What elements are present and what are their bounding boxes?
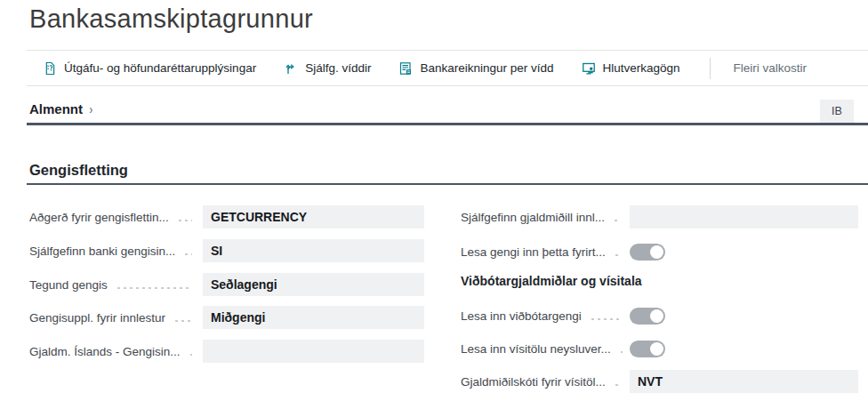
toolbar-divider xyxy=(710,58,711,79)
field-label-sjalfgefinn-banki-gengis: Sjálfgefinn banki gengisin... xyxy=(29,245,197,258)
action-role-data[interactable]: Hlutverkagögn xyxy=(582,61,680,76)
field-label-sjalfgefinn-gjaldmidill: Sjálfgefinn gjaldmiðill innl... xyxy=(461,211,624,224)
field-input-tegund-gengis[interactable] xyxy=(203,273,424,296)
field-row: Tegund gengis xyxy=(29,273,424,296)
field-label-gjaldmidilskoti-visitolu: Gjaldmiðilskóti fyrir vísitöl... xyxy=(461,375,624,389)
dotted-leader xyxy=(619,350,623,354)
toggle-knob xyxy=(650,342,663,356)
field-row: Gjaldmiðilskóti fyrir vísitöl... xyxy=(461,370,858,393)
dotted-leader xyxy=(116,286,192,290)
field-label-gjaldm-islands-gengis: Gjaldm. Íslands - Gengisin... xyxy=(29,345,197,358)
action-bank-account-per-dimension[interactable]: Bankareikningur per vídd xyxy=(398,61,553,76)
field-row: Gengisuppl. fyrir innlestur xyxy=(29,306,424,329)
field-row: Sjálfgefinn banki gengisin... xyxy=(29,239,424,262)
field-label-lesa-gengi-inn: Lesa gengi inn þetta fyrirt... xyxy=(461,245,624,259)
role-data-icon xyxy=(582,61,596,76)
action-label: Hlutverkagögn xyxy=(603,61,680,75)
user-initials-badge: IB xyxy=(820,100,854,123)
toggle-lesa-inn-vidbotargengi[interactable] xyxy=(630,308,665,325)
subsection-title-vidbotargjaldmidlar: Viðbótargjaldmiðlar og vísitala xyxy=(461,274,642,288)
toggle-knob xyxy=(650,309,663,323)
dotted-leader xyxy=(189,353,192,357)
dotted-leader xyxy=(614,383,619,387)
field-label-lesa-inn-visitolu: Lesa inn vísitölu neysluver... xyxy=(461,342,624,356)
action-label: Bankareikningur per vídd xyxy=(420,61,553,75)
action-default-dimensions[interactable]: Sjálfg. víddir xyxy=(284,61,371,76)
field-row: Aðgerð fyrir gengisflettin... xyxy=(29,205,424,229)
toggle-lesa-gengi-inn[interactable] xyxy=(630,244,665,261)
field-input-gjaldmidilskoti-visitolu[interactable] xyxy=(630,370,858,393)
dotted-leader xyxy=(590,317,619,321)
toggle-lesa-inn-visitolu[interactable] xyxy=(630,341,665,357)
bank-communication-setup-page: Bankasamskiptagrunnur Útgáfu- og höfunda… xyxy=(0,0,868,409)
more-options-button[interactable]: Fleiri valkostir xyxy=(734,61,808,75)
field-input-adgerd-fyrir-gengisfletting[interactable] xyxy=(203,205,424,229)
section-header-gengisfletting: Gengisfletting xyxy=(27,162,868,185)
field-row: Gjaldm. Íslands - Gengisin... xyxy=(29,340,424,363)
bank-account-dimension-icon xyxy=(398,61,413,76)
page-title: Bankasamskiptagrunnur xyxy=(29,4,313,34)
action-label: Sjálfg. víddir xyxy=(305,61,371,75)
chevron-right-icon: › xyxy=(89,102,92,116)
field-row: Lesa gengi inn þetta fyrirt... xyxy=(461,240,858,263)
toggle-knob xyxy=(650,245,663,259)
dotted-leader xyxy=(177,219,192,222)
action-toolbar: Útgáfu- og höfundaréttarupplýsingar Sjál… xyxy=(27,50,868,86)
field-label-gengisuppl-fyrir-innlestur: Gengisuppl. fyrir innlestur xyxy=(29,311,197,325)
field-input-sjalfgefinn-banki-gengis[interactable] xyxy=(203,239,424,262)
field-label-tegund-gengis: Tegund gengis xyxy=(29,278,197,292)
dimensions-icon xyxy=(284,61,298,76)
dotted-leader xyxy=(613,219,619,222)
dotted-leader xyxy=(183,253,192,256)
document-question-icon xyxy=(43,61,57,76)
field-input-gengisuppl-fyrir-innlestur[interactable] xyxy=(203,306,424,329)
field-label-lesa-inn-vidbotargengi: Lesa inn viðbótargengi xyxy=(461,309,624,323)
field-input-gjaldm-islands-gengis[interactable] xyxy=(203,340,424,363)
field-row: Sjálfgefinn gjaldmiðill innl... xyxy=(461,205,858,229)
dotted-leader xyxy=(173,319,192,323)
action-version-copyright-info[interactable]: Útgáfu- og höfundaréttarupplýsingar xyxy=(43,61,256,76)
fasttab-label: Almennt xyxy=(29,101,83,116)
action-label: Útgáfu- og höfundaréttarupplýsingar xyxy=(64,61,256,75)
section-title: Gengisfletting xyxy=(29,162,128,179)
field-row: Lesa inn viðbótargengi xyxy=(461,304,858,327)
field-label-adgerd-fyrir-gengisfletting: Aðgerð fyrir gengisflettin... xyxy=(29,211,197,224)
field-row: Lesa inn vísitölu neysluver... xyxy=(461,337,858,360)
fasttab-almennt[interactable]: Almennt › xyxy=(29,101,93,116)
field-input-sjalfgefinn-gjaldmidill[interactable] xyxy=(630,205,858,229)
dotted-leader xyxy=(614,253,619,257)
fasttab-almennt-row: Almennt › IB xyxy=(27,99,868,125)
